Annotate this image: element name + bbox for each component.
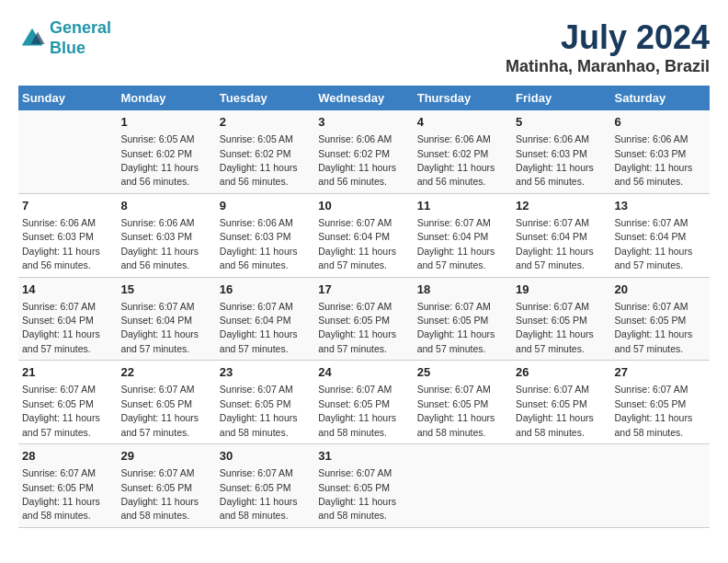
calendar-cell: 16 Sunrise: 6:07 AMSunset: 6:04 PMDaylig… bbox=[216, 277, 314, 361]
calendar-cell: 22 Sunrise: 6:07 AMSunset: 6:05 PMDaylig… bbox=[117, 361, 215, 444]
calendar-week-row: 7 Sunrise: 6:06 AMSunset: 6:03 PMDayligh… bbox=[18, 193, 710, 277]
logo-line1: General bbox=[50, 18, 111, 37]
day-info: Sunrise: 6:06 AMSunset: 6:03 PMDaylight:… bbox=[220, 217, 298, 270]
day-number: 10 bbox=[318, 198, 409, 214]
day-info: Sunrise: 6:06 AMSunset: 6:03 PMDaylight:… bbox=[516, 133, 594, 187]
day-info: Sunrise: 6:06 AMSunset: 6:03 PMDaylight:… bbox=[22, 217, 100, 270]
page-title: July 2024 bbox=[506, 18, 710, 57]
title-area: July 2024 Matinha, Maranhao, Brazil bbox=[506, 18, 710, 76]
calendar-week-row: 21 Sunrise: 6:07 AMSunset: 6:05 PMDaylig… bbox=[18, 361, 710, 444]
day-info: Sunrise: 6:07 AMSunset: 6:05 PMDaylight:… bbox=[318, 467, 396, 521]
day-number: 11 bbox=[417, 198, 508, 214]
calendar-cell bbox=[512, 444, 610, 528]
day-number: 24 bbox=[318, 364, 409, 381]
day-number: 17 bbox=[318, 282, 409, 298]
day-number: 22 bbox=[120, 364, 211, 381]
day-info: Sunrise: 6:05 AMSunset: 6:02 PMDaylight:… bbox=[120, 133, 199, 187]
day-info: Sunrise: 6:07 AMSunset: 6:05 PMDaylight:… bbox=[615, 384, 693, 437]
day-info: Sunrise: 6:07 AMSunset: 6:05 PMDaylight:… bbox=[615, 301, 693, 354]
day-info: Sunrise: 6:07 AMSunset: 6:05 PMDaylight:… bbox=[318, 301, 396, 354]
day-number: 29 bbox=[120, 448, 211, 465]
page-subtitle: Matinha, Maranhao, Brazil bbox=[506, 57, 710, 76]
day-info: Sunrise: 6:07 AMSunset: 6:04 PMDaylight:… bbox=[615, 217, 693, 270]
calendar-cell: 10 Sunrise: 6:07 AMSunset: 6:04 PMDaylig… bbox=[314, 193, 413, 277]
day-number: 30 bbox=[220, 448, 311, 465]
calendar-cell: 5 Sunrise: 6:06 AMSunset: 6:03 PMDayligh… bbox=[512, 110, 610, 193]
day-info: Sunrise: 6:06 AMSunset: 6:03 PMDaylight:… bbox=[615, 133, 693, 187]
day-number: 8 bbox=[120, 198, 211, 214]
calendar-table: SundayMondayTuesdayWednesdayThursdayFrid… bbox=[18, 86, 710, 528]
day-info: Sunrise: 6:06 AMSunset: 6:02 PMDaylight:… bbox=[318, 133, 396, 187]
day-info: Sunrise: 6:07 AMSunset: 6:04 PMDaylight:… bbox=[120, 301, 199, 354]
day-info: Sunrise: 6:07 AMSunset: 6:04 PMDaylight:… bbox=[318, 217, 396, 270]
day-info: Sunrise: 6:07 AMSunset: 6:04 PMDaylight:… bbox=[22, 301, 100, 354]
day-number: 20 bbox=[615, 282, 706, 298]
calendar-cell bbox=[611, 444, 710, 528]
calendar-week-row: 1 Sunrise: 6:05 AMSunset: 6:02 PMDayligh… bbox=[18, 110, 710, 193]
day-info: Sunrise: 6:06 AMSunset: 6:02 PMDaylight:… bbox=[417, 133, 495, 187]
calendar-cell: 19 Sunrise: 6:07 AMSunset: 6:05 PMDaylig… bbox=[512, 277, 610, 361]
day-info: Sunrise: 6:07 AMSunset: 6:05 PMDaylight:… bbox=[120, 384, 199, 437]
logo-text: General Blue bbox=[50, 18, 111, 58]
calendar-cell: 12 Sunrise: 6:07 AMSunset: 6:04 PMDaylig… bbox=[512, 193, 610, 277]
day-number: 28 bbox=[22, 448, 113, 465]
calendar-cell bbox=[414, 444, 512, 528]
calendar-cell: 25 Sunrise: 6:07 AMSunset: 6:05 PMDaylig… bbox=[414, 361, 512, 444]
calendar-cell: 7 Sunrise: 6:06 AMSunset: 6:03 PMDayligh… bbox=[18, 193, 117, 277]
calendar-cell: 8 Sunrise: 6:06 AMSunset: 6:03 PMDayligh… bbox=[117, 193, 215, 277]
day-info: Sunrise: 6:07 AMSunset: 6:05 PMDaylight:… bbox=[417, 301, 495, 354]
day-number: 21 bbox=[22, 364, 113, 381]
calendar-cell: 30 Sunrise: 6:07 AMSunset: 6:05 PMDaylig… bbox=[216, 444, 314, 528]
calendar-cell: 15 Sunrise: 6:07 AMSunset: 6:04 PMDaylig… bbox=[117, 277, 215, 361]
day-info: Sunrise: 6:07 AMSunset: 6:05 PMDaylight:… bbox=[22, 384, 100, 437]
day-info: Sunrise: 6:07 AMSunset: 6:04 PMDaylight:… bbox=[220, 301, 298, 354]
logo-icon bbox=[18, 25, 46, 52]
calendar-cell: 13 Sunrise: 6:07 AMSunset: 6:04 PMDaylig… bbox=[611, 193, 710, 277]
calendar-cell: 2 Sunrise: 6:05 AMSunset: 6:02 PMDayligh… bbox=[216, 110, 314, 193]
day-info: Sunrise: 6:07 AMSunset: 6:04 PMDaylight:… bbox=[417, 217, 495, 270]
col-header-sunday: Sunday bbox=[18, 86, 117, 110]
calendar-cell: 1 Sunrise: 6:05 AMSunset: 6:02 PMDayligh… bbox=[117, 110, 215, 193]
day-number: 3 bbox=[318, 114, 409, 131]
col-header-saturday: Saturday bbox=[611, 86, 710, 110]
col-header-friday: Friday bbox=[512, 86, 610, 110]
page-header: General Blue July 2024 Matinha, Maranhao… bbox=[18, 18, 710, 76]
day-number: 13 bbox=[615, 198, 706, 214]
calendar-cell: 4 Sunrise: 6:06 AMSunset: 6:02 PMDayligh… bbox=[414, 110, 512, 193]
calendar-cell: 6 Sunrise: 6:06 AMSunset: 6:03 PMDayligh… bbox=[611, 110, 710, 193]
day-number: 4 bbox=[417, 114, 508, 131]
calendar-cell: 28 Sunrise: 6:07 AMSunset: 6:05 PMDaylig… bbox=[18, 444, 117, 528]
day-number: 1 bbox=[120, 114, 211, 131]
day-info: Sunrise: 6:07 AMSunset: 6:05 PMDaylight:… bbox=[318, 384, 396, 437]
calendar-cell: 21 Sunrise: 6:07 AMSunset: 6:05 PMDaylig… bbox=[18, 361, 117, 444]
calendar-cell: 14 Sunrise: 6:07 AMSunset: 6:04 PMDaylig… bbox=[18, 277, 117, 361]
calendar-cell: 18 Sunrise: 6:07 AMSunset: 6:05 PMDaylig… bbox=[414, 277, 512, 361]
day-number: 25 bbox=[417, 364, 508, 381]
day-number: 15 bbox=[120, 282, 211, 298]
day-number: 2 bbox=[220, 114, 311, 131]
calendar-cell: 11 Sunrise: 6:07 AMSunset: 6:04 PMDaylig… bbox=[414, 193, 512, 277]
col-header-thursday: Thursday bbox=[414, 86, 512, 110]
day-info: Sunrise: 6:07 AMSunset: 6:05 PMDaylight:… bbox=[220, 467, 298, 521]
col-header-wednesday: Wednesday bbox=[314, 86, 413, 110]
calendar-week-row: 14 Sunrise: 6:07 AMSunset: 6:04 PMDaylig… bbox=[18, 277, 710, 361]
day-number: 14 bbox=[22, 282, 113, 298]
day-number: 6 bbox=[615, 114, 706, 131]
col-header-tuesday: Tuesday bbox=[216, 86, 314, 110]
day-number: 9 bbox=[220, 198, 311, 214]
day-info: Sunrise: 6:07 AMSunset: 6:05 PMDaylight:… bbox=[417, 384, 495, 437]
day-number: 19 bbox=[516, 282, 607, 298]
logo: General Blue bbox=[18, 18, 111, 58]
calendar-header-row: SundayMondayTuesdayWednesdayThursdayFrid… bbox=[18, 86, 710, 110]
calendar-cell: 29 Sunrise: 6:07 AMSunset: 6:05 PMDaylig… bbox=[117, 444, 215, 528]
col-header-monday: Monday bbox=[117, 86, 215, 110]
calendar-cell: 31 Sunrise: 6:07 AMSunset: 6:05 PMDaylig… bbox=[314, 444, 413, 528]
day-info: Sunrise: 6:07 AMSunset: 6:05 PMDaylight:… bbox=[22, 467, 100, 521]
logo-line2: Blue bbox=[50, 39, 85, 57]
day-number: 23 bbox=[220, 364, 311, 381]
day-info: Sunrise: 6:06 AMSunset: 6:03 PMDaylight:… bbox=[120, 217, 199, 270]
day-number: 18 bbox=[417, 282, 508, 298]
day-number: 31 bbox=[318, 448, 409, 465]
calendar-cell: 23 Sunrise: 6:07 AMSunset: 6:05 PMDaylig… bbox=[216, 361, 314, 444]
calendar-cell: 3 Sunrise: 6:06 AMSunset: 6:02 PMDayligh… bbox=[314, 110, 413, 193]
